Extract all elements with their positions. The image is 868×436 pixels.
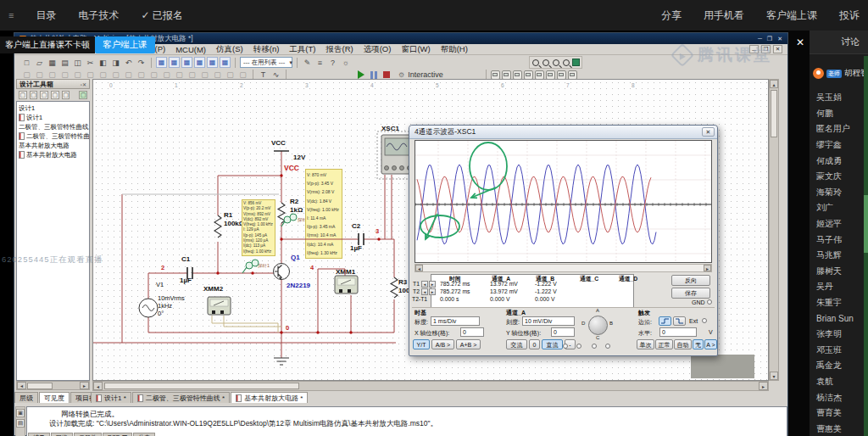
channel-knob[interactable]	[588, 316, 608, 335]
member-item[interactable]: 刘广	[810, 200, 864, 216]
timebase-mode-1[interactable]: A/B >	[431, 339, 454, 349]
sheet-tab-1[interactable]: 二极管、三极管特性曲线 *	[132, 392, 230, 403]
canvas-vscroll[interactable]: ▴▾	[769, 79, 779, 381]
coupling-0[interactable]: 交流	[506, 339, 527, 349]
preview-icon[interactable]: ◫	[72, 57, 83, 68]
instrument-icon-4[interactable]	[535, 70, 544, 80]
toolbox-tab-0[interactable]: 层级	[14, 392, 38, 403]
overlay-close-button[interactable]: ✕	[793, 36, 807, 49]
channel-a-pos-field[interactable]: 0	[551, 327, 575, 337]
instrument-icon-1[interactable]	[502, 70, 511, 80]
topbar-left-item-2[interactable]: ✓ 已报名	[141, 8, 182, 23]
doc-up-icon[interactable]: ▢	[51, 91, 59, 99]
edge-rising-button[interactable]	[659, 316, 671, 326]
member-item[interactable]: 海菊玲	[810, 185, 864, 201]
member-item[interactable]: 曹育美	[810, 405, 864, 422]
save-doc-icon[interactable]: ▢	[40, 91, 48, 99]
timebase-mode-0[interactable]: Y/T	[413, 339, 430, 349]
menu-7[interactable]: 工具(T)	[284, 44, 320, 55]
visibility-icon[interactable]: ▢	[79, 91, 87, 99]
coupling-2[interactable]: 直流	[542, 339, 563, 349]
redo-icon[interactable]: ↷	[136, 57, 147, 68]
tree-item-1[interactable]: 设计1	[19, 113, 89, 122]
member-item[interactable]: 何成勇	[810, 153, 864, 169]
instrument-icon-7[interactable]	[568, 70, 577, 80]
zoom-area-icon[interactable]	[553, 59, 559, 66]
new-icon[interactable]: □	[21, 57, 32, 68]
channel-radio-0[interactable]	[563, 344, 568, 349]
member-list-scrollbar[interactable]	[864, 56, 868, 436]
find-icon[interactable]: ?	[327, 57, 338, 68]
new-doc-icon[interactable]: ▢	[19, 91, 27, 99]
undo-icon[interactable]: ↶	[123, 57, 134, 68]
toolbox-tab-1[interactable]: 可见度	[39, 392, 70, 403]
instrument-icon-6[interactable]	[557, 70, 566, 80]
menu-icon[interactable]: ≡	[8, 10, 14, 20]
open-icon[interactable]: ▱	[34, 57, 45, 68]
print-icon[interactable]: ▤	[59, 57, 70, 68]
doc-down-icon[interactable]: ▢	[62, 91, 70, 99]
spreadsheet-tab-1[interactable]: 网络	[51, 433, 73, 436]
component-group-transistor-icon[interactable]: ▦	[194, 57, 205, 68]
component-group-analog-icon[interactable]: ▦	[207, 57, 218, 68]
menu-8[interactable]: 报告(R)	[320, 44, 358, 55]
topbar-right-item-2[interactable]: 客户端上课	[766, 8, 817, 23]
tree-item-5[interactable]: 基本共射放大电路	[19, 150, 89, 159]
netlist-icon[interactable]: ≡	[314, 57, 326, 68]
mdi-control-2[interactable]: ✕	[773, 45, 782, 53]
member-item[interactable]: 杨洁杰	[810, 389, 864, 405]
copy-icon[interactable]: ◧	[97, 57, 108, 68]
spreadsheet-tab-4[interactable]: 仿真	[133, 433, 155, 436]
topbar-right-item-3[interactable]: 投诉	[839, 8, 860, 23]
zoom-in-icon[interactable]	[532, 59, 539, 66]
trigger-mode-2[interactable]: 自动	[674, 339, 692, 349]
open-client-button[interactable]: 客户端上课	[95, 36, 155, 53]
instrument-icon-0[interactable]	[491, 70, 500, 80]
channel-radio-1[interactable]	[576, 344, 581, 349]
spreadsheet-tab-2[interactable]: 元器件	[74, 433, 102, 436]
instrument-icon-2[interactable]	[513, 70, 522, 80]
edge-falling-button[interactable]	[673, 316, 686, 326]
member-item[interactable]: 吴玉娟	[810, 90, 864, 106]
panel-icon[interactable]: ▣	[16, 409, 25, 417]
member-item[interactable]: 匿名用户	[810, 121, 864, 137]
design-toolbox-header[interactable]: 设计工具箱▫✕	[16, 79, 90, 89]
oscilloscope-title-bar[interactable]: 4通道示波器-XSC1	[409, 126, 717, 139]
oscilloscope-scrollbar[interactable]: ◂▸	[415, 264, 712, 272]
spreadsheet-tab-3[interactable]: PCB 层	[103, 433, 132, 436]
menu-5[interactable]: 仿真(S)	[211, 44, 248, 55]
window-controls[interactable]: ─❐✕	[758, 36, 782, 42]
member-item[interactable]: 袁航	[810, 374, 864, 390]
canvas-hscroll[interactable]: ◂▸	[92, 381, 769, 391]
component-group-misc-icon[interactable]: ▦	[220, 57, 231, 68]
timebase-scale-field[interactable]: 1 ms/Div	[431, 316, 480, 326]
timebase-mode-2[interactable]: A+B >	[456, 339, 481, 349]
coupling-1[interactable]: 0	[529, 339, 540, 349]
oscilloscope-close-button[interactable]: ✕	[702, 127, 715, 137]
channel-a-scale-field[interactable]: 10 mV/Div	[522, 316, 575, 326]
instrument-icon-5[interactable]	[546, 70, 555, 80]
resistor-r3[interactable]	[391, 277, 398, 298]
trigger-mode-0[interactable]: 单次	[637, 339, 654, 349]
topbar-left-item-0[interactable]: 目录	[36, 8, 56, 23]
member-item[interactable]: 曹惠美	[810, 421, 864, 436]
member-item[interactable]: 吴丹	[810, 279, 864, 295]
teacher-row[interactable]: 老师 胡程智	[813, 68, 865, 79]
zoom-out-icon[interactable]	[542, 59, 549, 66]
window-control-1[interactable]: ❐	[767, 36, 772, 42]
tree-item-3[interactable]: 二极管、三极管特性曲线	[19, 131, 89, 141]
menu-4[interactable]: MCU(M)	[170, 45, 211, 54]
menu-11[interactable]: 帮助(H)	[436, 44, 473, 55]
member-item[interactable]: Brian Sun	[810, 310, 864, 327]
member-item[interactable]: 蒙文庆	[810, 169, 864, 185]
trigger-mode-4[interactable]: A >	[704, 339, 717, 349]
erc-icon[interactable]: ✎	[302, 57, 313, 68]
component-group-source-icon[interactable]: ▦	[156, 57, 167, 68]
ground-symbol[interactable]	[274, 358, 289, 365]
in-use-list-dropdown[interactable]: --- 在用列表 ---▼	[240, 57, 292, 68]
open-doc-icon[interactable]: ▢	[30, 91, 38, 99]
menu-9[interactable]: 选项(O)	[359, 44, 397, 55]
trigger-level-field[interactable]: 0	[659, 327, 697, 337]
t1-left-spinner[interactable]: ◂	[421, 281, 428, 288]
topbar-right-item-1[interactable]: 用手机看	[704, 8, 744, 23]
